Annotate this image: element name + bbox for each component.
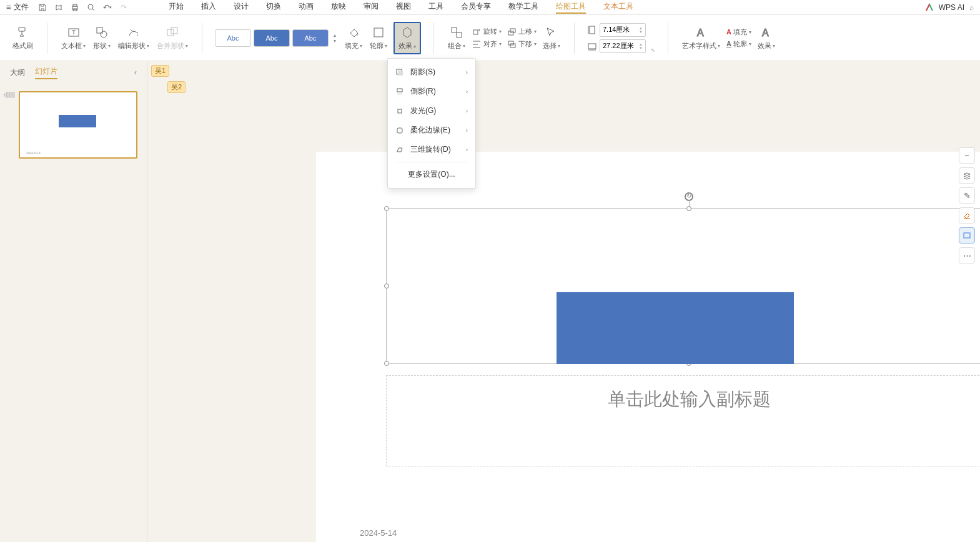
- shape-style-gallery[interactable]: Abc Abc Abc ▴▾: [215, 29, 339, 47]
- tab-membership[interactable]: 会员专享: [461, 1, 491, 14]
- subtitle-placeholder[interactable]: 单击此处输入副标题: [386, 375, 980, 466]
- export-icon[interactable]: [54, 2, 64, 12]
- width-spinner[interactable]: ▲▼: [639, 42, 643, 50]
- svg-rect-9: [171, 27, 177, 34]
- group-button[interactable]: 组合▾: [447, 23, 467, 53]
- svg-rect-16: [510, 44, 515, 47]
- slide: 单击此处输入副标题 2024-5-14: [316, 152, 980, 542]
- slide-number-icon: [4, 91, 15, 99]
- panel-tab-slides[interactable]: 幻灯片: [35, 66, 57, 79]
- gallery-more[interactable]: ▴▾: [331, 32, 339, 44]
- hamburger-icon: ≡: [6, 2, 11, 12]
- menu-bar: ≡ 文件 ↶ ▾ ↷ 开始 插入 设计 切换 动画 放映 审阅 视图 工具 会员…: [0, 0, 980, 15]
- panel-tab-outline[interactable]: 大纲: [10, 67, 25, 78]
- tab-text-tools[interactable]: 文本工具: [603, 1, 633, 14]
- redo-icon[interactable]: ↷: [119, 2, 129, 12]
- tab-slideshow[interactable]: 放映: [331, 1, 346, 14]
- move-down-button[interactable]: 下移▾: [507, 39, 537, 49]
- width-field[interactable]: 27.22厘米▲▼: [587, 39, 646, 53]
- tab-insert[interactable]: 插入: [201, 1, 216, 14]
- slide-panel: 大纲 幻灯片 ‹ 2024-5-14: [0, 61, 147, 542]
- wps-ai-label[interactable]: WPS AI: [939, 3, 964, 12]
- tab-start[interactable]: 开始: [169, 1, 184, 14]
- comment-marker-1[interactable]: 吴1: [151, 65, 169, 77]
- tab-teaching[interactable]: 教学工具: [508, 1, 538, 14]
- effect-dropdown: 阴影(S)› 倒影(R)› 发光(G)› 柔化边缘(E)› 三维旋转(D)› 更…: [387, 58, 476, 189]
- effect-button[interactable]: 效果▴: [393, 22, 421, 54]
- quick-access-toolbar: ↶ ▾ ↷: [37, 2, 129, 12]
- undo-icon[interactable]: ↶ ▾: [102, 2, 112, 12]
- svg-rect-4: [19, 27, 25, 31]
- collapse-panel-icon[interactable]: ‹: [134, 68, 137, 77]
- svg-rect-24: [397, 89, 402, 92]
- effect-more-settings[interactable]: 更多设置(O)...: [388, 165, 475, 184]
- style-1[interactable]: Abc: [215, 29, 251, 47]
- svg-point-3: [88, 4, 93, 9]
- search-icon[interactable]: ⌕: [969, 3, 974, 12]
- edit-shape-button[interactable]: 编辑形状▾: [117, 23, 151, 53]
- more-button[interactable]: ⋯: [959, 247, 975, 264]
- style-2[interactable]: Abc: [254, 29, 290, 47]
- height-spinner[interactable]: ▲▼: [639, 26, 643, 34]
- fill-button[interactable]: 填充▾: [344, 23, 364, 53]
- svg-rect-28: [964, 233, 970, 238]
- height-field[interactable]: 7.14厘米▲▼: [587, 23, 646, 37]
- file-label: 文件: [14, 2, 29, 12]
- effect-soft-edge[interactable]: 柔化边缘(E)›: [388, 121, 475, 140]
- text-effect-button[interactable]: A 效果▾: [756, 23, 776, 53]
- style-3[interactable]: Abc: [292, 29, 329, 47]
- handle-top-mid[interactable]: [686, 206, 691, 211]
- thumb-shape: [59, 115, 96, 127]
- effect-reflection[interactable]: 倒影(R)›: [388, 82, 475, 101]
- handle-mid-left[interactable]: [384, 283, 389, 288]
- paint-button[interactable]: [959, 207, 975, 224]
- effect-shadow[interactable]: 阴影(S)›: [388, 62, 475, 82]
- comment-marker-2[interactable]: 吴2: [167, 81, 186, 93]
- blue-rectangle-shape[interactable]: [557, 292, 794, 364]
- rotate-button[interactable]: 旋转▾: [472, 27, 502, 37]
- svg-rect-13: [473, 30, 478, 34]
- svg-text:A: A: [762, 27, 769, 38]
- ribbon-tabs: 开始 插入 设计 切换 动画 放映 审阅 视图 工具 会员专享 教学工具 绘图工…: [169, 1, 633, 14]
- select-button[interactable]: 选择▾: [542, 23, 562, 53]
- tab-design[interactable]: 设计: [234, 1, 249, 14]
- tab-transition[interactable]: 切换: [266, 1, 281, 14]
- file-menu[interactable]: ≡ 文件: [6, 2, 29, 12]
- handle-bot-left[interactable]: [384, 361, 389, 366]
- tab-tools[interactable]: 工具: [428, 1, 443, 14]
- tab-view[interactable]: 视图: [396, 1, 411, 14]
- ribbon: 格式刷 文本框▾ 形状▾ 编辑形状▾ 合并形状▾ Abc Abc Abc ▴▾: [0, 15, 980, 61]
- tab-animation[interactable]: 动画: [299, 1, 314, 14]
- format-painter-button[interactable]: 格式刷: [11, 23, 34, 53]
- effect-glow[interactable]: 发光(G)›: [388, 101, 475, 121]
- move-up-button[interactable]: 上移▾: [507, 27, 537, 37]
- art-style-button[interactable]: A 艺术字样式▾: [681, 23, 721, 53]
- pencil-button[interactable]: ✎: [959, 187, 975, 204]
- tab-review[interactable]: 审阅: [364, 1, 379, 14]
- text-fill-button[interactable]: A填充▾: [726, 27, 751, 37]
- save-icon[interactable]: [37, 2, 47, 12]
- svg-rect-27: [397, 128, 402, 133]
- format-painter-label: 格式刷: [12, 41, 33, 51]
- svg-rect-25: [397, 92, 402, 95]
- preview-icon[interactable]: [86, 2, 96, 12]
- slide-thumbnail-1[interactable]: 2024-5-14: [19, 91, 137, 159]
- print-icon[interactable]: [70, 2, 80, 12]
- textbox-button[interactable]: 文本框▾: [60, 23, 87, 53]
- align-button[interactable]: 对齐▾: [472, 39, 502, 49]
- svg-rect-17: [508, 41, 513, 45]
- tab-drawing-tools[interactable]: 绘图工具: [556, 1, 586, 14]
- size-launcher[interactable]: ⤡: [651, 47, 655, 53]
- outline-button[interactable]: 轮廓▾: [369, 23, 389, 53]
- svg-rect-18: [590, 26, 595, 34]
- zoom-out-button[interactable]: −: [959, 147, 975, 164]
- svg-rect-19: [588, 44, 596, 49]
- slide-canvas[interactable]: 吴1 吴2 单击此处输入副标题: [147, 61, 980, 542]
- shape-button[interactable]: 形状▾: [92, 23, 112, 53]
- slide-date: 2024-5-14: [360, 528, 397, 538]
- text-outline-button[interactable]: A轮廓▾: [726, 39, 751, 49]
- layers-button[interactable]: [959, 167, 975, 184]
- effect-3d-rotation[interactable]: 三维旋转(D)›: [388, 140, 475, 159]
- handle-top-left[interactable]: [384, 206, 389, 211]
- pane-button[interactable]: [959, 227, 975, 244]
